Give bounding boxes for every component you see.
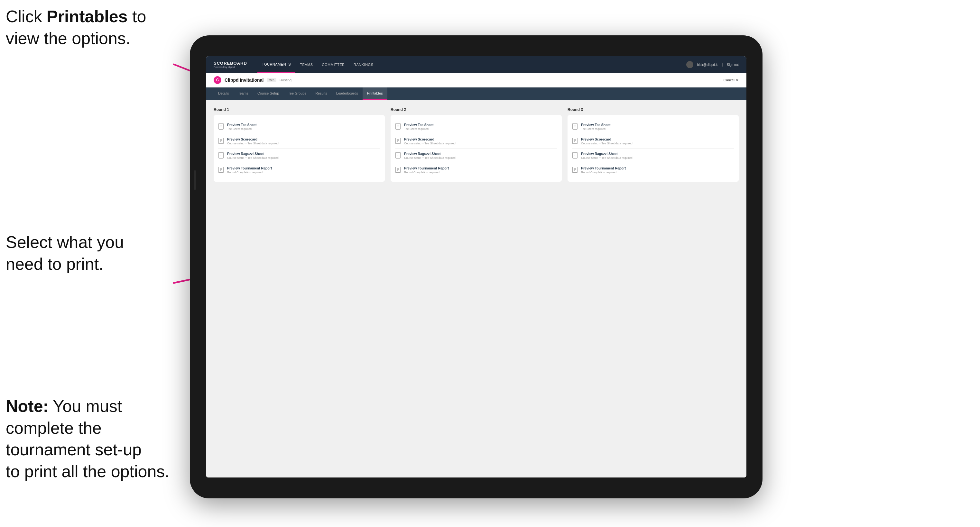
cancel-button[interactable]: Cancel ✕ bbox=[724, 78, 739, 82]
r2-tournament-report-icon bbox=[395, 167, 401, 173]
round-2-raguzzi-name: Preview Raguzzi Sheet bbox=[404, 152, 456, 156]
top-nav-links: TOURNAMENTS TEAMS COMMITTEE RANKINGS bbox=[258, 56, 686, 73]
round-2-tee-sheet-req: Tee Sheet required bbox=[404, 127, 433, 130]
nav-tournaments[interactable]: TOURNAMENTS bbox=[258, 56, 295, 73]
svg-rect-28 bbox=[396, 152, 400, 158]
main-content: Round 1 bbox=[206, 100, 746, 478]
scorecard-icon bbox=[218, 138, 224, 144]
round-1-card: Preview Tee Sheet Tee Sheet required bbox=[214, 115, 385, 182]
user-email: blair@clippd.io bbox=[697, 63, 718, 67]
round-2-raguzzi-info: Preview Raguzzi Sheet Course setup + Tee… bbox=[404, 152, 456, 159]
svg-rect-48 bbox=[573, 167, 577, 173]
nav-teams[interactable]: TEAMS bbox=[295, 56, 317, 73]
tournament-title: C Clippd Invitational Men Hosting bbox=[214, 76, 291, 84]
nav-right: blair@clippd.io | Sign out bbox=[686, 61, 739, 68]
svg-rect-24 bbox=[396, 138, 400, 144]
cancel-x-icon: ✕ bbox=[736, 78, 739, 82]
tab-details[interactable]: Details bbox=[214, 87, 234, 100]
round-1-raguzzi[interactable]: Preview Raguzzi Sheet Course setup + Tee… bbox=[218, 149, 380, 163]
round-1-raguzzi-req: Course setup + Tee Sheet data required bbox=[227, 156, 278, 159]
round-3-tee-sheet-name: Preview Tee Sheet bbox=[581, 123, 610, 127]
svg-rect-36 bbox=[573, 124, 577, 129]
tablet-frame: SCOREBOARD Powered by clippd TOURNAMENTS… bbox=[190, 35, 762, 498]
svg-rect-40 bbox=[573, 138, 577, 144]
tab-course-setup[interactable]: Course Setup bbox=[253, 87, 283, 100]
tournament-header: C Clippd Invitational Men Hosting Cancel… bbox=[206, 73, 746, 87]
round-3-raguzzi-name: Preview Raguzzi Sheet bbox=[581, 152, 633, 156]
tablet-button bbox=[194, 170, 196, 190]
round-1-scorecard-req: Course setup + Tee Sheet data required bbox=[227, 142, 278, 145]
r3-tee-sheet-icon bbox=[572, 124, 578, 130]
round-3-card: Preview Tee Sheet Tee Sheet required bbox=[568, 115, 739, 182]
round-1-tee-sheet[interactable]: Preview Tee Sheet Tee Sheet required bbox=[218, 120, 380, 134]
round-3-raguzzi[interactable]: Preview Raguzzi Sheet Course setup + Tee… bbox=[572, 149, 734, 163]
annotation-bot: Note: You mustcomplete thetournament set… bbox=[6, 395, 170, 482]
round-1-tee-sheet-req: Tee Sheet required bbox=[227, 127, 256, 130]
r2-scorecard-icon bbox=[395, 138, 401, 144]
round-1-report-info: Preview Tournament Report Round Completi… bbox=[227, 166, 272, 174]
svg-rect-20 bbox=[396, 124, 400, 129]
round-1-report-name: Preview Tournament Report bbox=[227, 166, 272, 170]
sign-out-link[interactable]: Sign out bbox=[727, 63, 739, 67]
logo-sub: Powered by clippd bbox=[214, 66, 247, 68]
round-2-report-name: Preview Tournament Report bbox=[404, 166, 449, 170]
tab-printables[interactable]: Printables bbox=[363, 87, 387, 100]
raguzzi-icon bbox=[218, 152, 224, 159]
top-nav: SCOREBOARD Powered by clippd TOURNAMENTS… bbox=[206, 56, 746, 73]
tab-results[interactable]: Results bbox=[311, 87, 332, 100]
round-3-scorecard-name: Preview Scorecard bbox=[581, 137, 633, 141]
svg-rect-32 bbox=[396, 167, 400, 173]
svg-rect-4 bbox=[219, 124, 223, 129]
annotation-mid: Select what youneed to print. bbox=[6, 232, 124, 275]
tournament-badge: Men bbox=[267, 78, 276, 82]
round-1-raguzzi-name: Preview Raguzzi Sheet bbox=[227, 152, 278, 156]
round-1-scorecard-info: Preview Scorecard Course setup + Tee She… bbox=[227, 137, 278, 145]
round-2-tee-sheet-name: Preview Tee Sheet bbox=[404, 123, 433, 127]
round-2-scorecard[interactable]: Preview Scorecard Course setup + Tee She… bbox=[395, 134, 557, 149]
nav-separator: | bbox=[722, 63, 723, 67]
round-1-scorecard[interactable]: Preview Scorecard Course setup + Tee She… bbox=[218, 134, 380, 149]
tab-tee-groups[interactable]: Tee Groups bbox=[283, 87, 311, 100]
round-1-tee-sheet-name: Preview Tee Sheet bbox=[227, 123, 256, 127]
user-avatar bbox=[686, 61, 693, 68]
round-1-scorecard-name: Preview Scorecard bbox=[227, 137, 278, 141]
round-1-title: Round 1 bbox=[214, 107, 385, 112]
round-3-report-info: Preview Tournament Report Round Completi… bbox=[581, 166, 626, 174]
round-3-title: Round 3 bbox=[568, 107, 739, 112]
round-2-report-info: Preview Tournament Report Round Completi… bbox=[404, 166, 449, 174]
round-2-card: Preview Tee Sheet Tee Sheet required bbox=[391, 115, 562, 182]
rounds-grid: Round 1 bbox=[214, 107, 739, 182]
annotation-top: Click Printables toview the options. bbox=[6, 6, 146, 49]
round-3-tee-sheet[interactable]: Preview Tee Sheet Tee Sheet required bbox=[572, 120, 734, 134]
tablet-screen: SCOREBOARD Powered by clippd TOURNAMENTS… bbox=[206, 56, 746, 478]
round-3-scorecard-req: Course setup + Tee Sheet data required bbox=[581, 142, 633, 145]
nav-committee[interactable]: COMMITTEE bbox=[318, 56, 349, 73]
round-3-report-req: Round Completion required bbox=[581, 171, 626, 174]
r3-tournament-report-icon bbox=[572, 167, 578, 173]
r3-scorecard-icon bbox=[572, 138, 578, 144]
annotation-bold-note: Note: bbox=[6, 397, 49, 416]
round-2-tee-sheet[interactable]: Preview Tee Sheet Tee Sheet required bbox=[395, 120, 557, 134]
round-2-tee-sheet-info: Preview Tee Sheet Tee Sheet required bbox=[404, 123, 433, 130]
round-3-scorecard-info: Preview Scorecard Course setup + Tee She… bbox=[581, 137, 633, 145]
round-3-scorecard[interactable]: Preview Scorecard Course setup + Tee She… bbox=[572, 134, 734, 149]
round-2-tournament-report[interactable]: Preview Tournament Report Round Completi… bbox=[395, 163, 557, 177]
r3-raguzzi-icon bbox=[572, 152, 578, 159]
round-1-tournament-report[interactable]: Preview Tournament Report Round Completi… bbox=[218, 163, 380, 177]
tournament-report-icon bbox=[218, 167, 224, 173]
round-2-scorecard-name: Preview Scorecard bbox=[404, 137, 456, 141]
scoreboard-logo: SCOREBOARD Powered by clippd bbox=[214, 61, 247, 68]
svg-rect-44 bbox=[573, 152, 577, 158]
round-2-scorecard-info: Preview Scorecard Course setup + Tee She… bbox=[404, 137, 456, 145]
round-2-title: Round 2 bbox=[391, 107, 562, 112]
svg-rect-8 bbox=[219, 138, 223, 144]
r2-tee-sheet-icon bbox=[395, 124, 401, 130]
round-3-tournament-report[interactable]: Preview Tournament Report Round Completi… bbox=[572, 163, 734, 177]
tab-teams[interactable]: Teams bbox=[234, 87, 253, 100]
tab-leaderboards[interactable]: Leaderboards bbox=[332, 87, 363, 100]
nav-rankings[interactable]: RANKINGS bbox=[349, 56, 378, 73]
tournament-name: Clippd Invitational bbox=[224, 78, 264, 83]
round-2-raguzzi[interactable]: Preview Raguzzi Sheet Course setup + Tee… bbox=[395, 149, 557, 163]
round-1-tee-sheet-info: Preview Tee Sheet Tee Sheet required bbox=[227, 123, 256, 130]
tee-sheet-icon bbox=[218, 124, 224, 130]
